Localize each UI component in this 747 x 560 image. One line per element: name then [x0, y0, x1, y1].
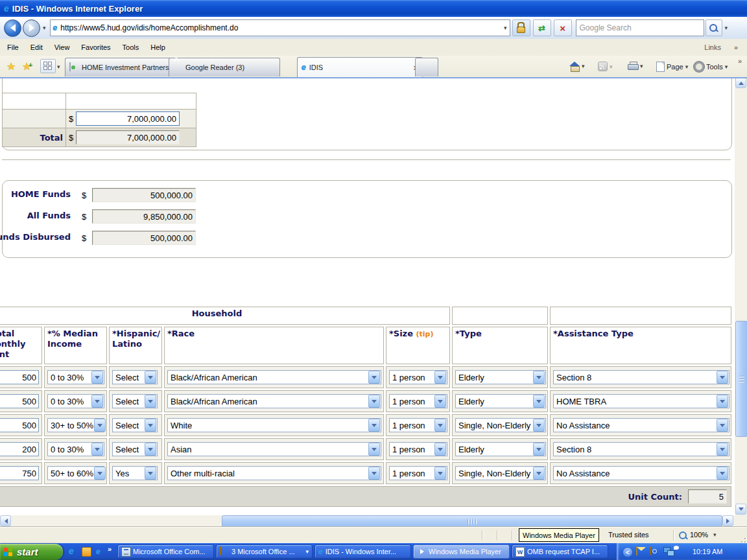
menu-file[interactable]: File: [1, 41, 25, 54]
rent-input[interactable]: [0, 466, 39, 480]
select-arrow-icon[interactable]: [533, 443, 545, 456]
select-arrow-icon[interactable]: [717, 371, 728, 384]
tab-google-reader[interactable]: Google Reader (3): [169, 58, 280, 76]
home-dropdown-icon[interactable]: ▾: [582, 63, 585, 69]
race-select[interactable]: Asian: [167, 442, 381, 456]
type-select[interactable]: Single, Non-Elderly: [455, 418, 546, 432]
select-arrow-icon[interactable]: [91, 395, 103, 408]
select-arrow-icon[interactable]: [533, 419, 545, 432]
hispanic-latino-select[interactable]: Select: [112, 370, 158, 384]
assistance-type-select[interactable]: No Assistance: [553, 466, 729, 480]
rent-input[interactable]: [0, 394, 39, 408]
address-bar[interactable]: e https://www5.hud.gov/idis/homeAccompli…: [50, 19, 510, 36]
title-bar[interactable]: e IDIS - Windows Internet Explorer: [0, 0, 747, 17]
select-arrow-icon[interactable]: [368, 419, 380, 432]
select-arrow-icon[interactable]: [145, 467, 156, 480]
stop-button[interactable]: ×: [554, 19, 572, 36]
refresh-button[interactable]: ⇄: [533, 19, 551, 36]
rent-input[interactable]: [0, 442, 39, 456]
hispanic-latino-select[interactable]: Select: [112, 442, 158, 456]
outlook-reminder-icon[interactable]: [650, 547, 660, 556]
select-arrow-icon[interactable]: [145, 395, 156, 408]
rent-input[interactable]: [0, 370, 39, 384]
tab-home-investment[interactable]: HOME Investment Partnershi...: [65, 58, 176, 76]
select-arrow-icon[interactable]: [94, 467, 106, 480]
task-button-office-communicator[interactable]: Microsoft Office Com...: [117, 544, 214, 559]
url-text[interactable]: https://www5.hud.gov/idis/homeAccomplish…: [60, 23, 504, 32]
start-button[interactable]: start: [0, 544, 63, 560]
search-options-dropdown[interactable]: ▾: [725, 25, 728, 31]
size-select[interactable]: 1 person: [389, 466, 447, 480]
messenger-icon[interactable]: [677, 547, 687, 556]
select-arrow-icon[interactable]: [94, 419, 106, 432]
select-arrow-icon[interactable]: [717, 443, 728, 456]
links-overflow-chevron[interactable]: »: [734, 43, 738, 51]
search-button[interactable]: [706, 19, 722, 36]
size-select[interactable]: 1 person: [389, 394, 447, 408]
hispanic-latino-select[interactable]: Yes: [112, 466, 158, 480]
vertical-scrollbar[interactable]: [735, 77, 747, 515]
select-arrow-icon[interactable]: [717, 419, 728, 432]
assistance-type-select[interactable]: Section 8: [553, 442, 729, 456]
new-mail-icon[interactable]: [636, 547, 646, 556]
median-income-select[interactable]: 0 to 30%: [47, 370, 104, 384]
assistance-type-select[interactable]: HOME TBRA: [553, 394, 729, 408]
quick-launch-overflow-chevron[interactable]: »: [108, 545, 112, 553]
tray-collapse-chevron[interactable]: <: [622, 547, 633, 556]
menu-view[interactable]: View: [49, 41, 76, 54]
select-arrow-icon[interactable]: [368, 395, 380, 408]
vertical-scroll-thumb[interactable]: [735, 321, 747, 437]
select-arrow-icon[interactable]: [145, 371, 156, 384]
amount-input[interactable]: [76, 111, 180, 126]
select-arrow-icon[interactable]: [434, 467, 446, 480]
median-income-select[interactable]: 30+ to 50%: [47, 418, 104, 432]
select-arrow-icon[interactable]: [533, 395, 545, 408]
select-arrow-icon[interactable]: [434, 419, 446, 432]
toolbar-overflow-chevron[interactable]: »: [738, 57, 742, 65]
forward-button[interactable]: [23, 19, 40, 37]
add-favorite-plus-icon[interactable]: +: [29, 61, 32, 69]
select-arrow-icon[interactable]: [434, 443, 446, 456]
type-select[interactable]: Elderly: [455, 442, 546, 456]
quick-launch-ie-icon[interactable]: e: [69, 546, 74, 555]
security-lock-button[interactable]: [512, 19, 530, 36]
quick-tabs-button[interactable]: [40, 59, 56, 73]
new-tab-stub[interactable]: [415, 58, 438, 76]
search-box[interactable]: Google Search: [576, 19, 704, 36]
scroll-up-button[interactable]: [735, 77, 746, 88]
menu-tools[interactable]: Tools: [117, 41, 145, 54]
menu-edit[interactable]: Edit: [25, 41, 49, 54]
feeds-button[interactable]: ▾: [598, 62, 613, 71]
select-arrow-icon[interactable]: [434, 395, 446, 408]
quick-launch-outlook-icon[interactable]: [82, 547, 91, 557]
select-arrow-icon[interactable]: [717, 395, 728, 408]
scroll-right-button[interactable]: [722, 515, 733, 526]
hispanic-latino-select[interactable]: Select: [112, 418, 158, 432]
assistance-type-select[interactable]: Section 8: [553, 370, 729, 384]
type-select[interactable]: Elderly: [455, 370, 546, 384]
select-arrow-icon[interactable]: [91, 443, 103, 456]
size-tip-link[interactable]: (tip): [416, 330, 434, 338]
page-menu-button[interactable]: Page ▾: [656, 62, 688, 72]
favorites-center-icon[interactable]: ★: [6, 60, 16, 73]
median-income-select[interactable]: 50+ to 60%: [47, 466, 104, 480]
rent-input[interactable]: [0, 418, 39, 432]
median-income-select[interactable]: 0 to 30%: [47, 442, 104, 456]
network-icon[interactable]: [663, 547, 674, 556]
task-button-idis[interactable]: e IDIS - Windows Inter...: [314, 544, 411, 559]
select-arrow-icon[interactable]: [145, 443, 156, 456]
type-select[interactable]: Elderly: [455, 394, 546, 408]
quick-launch-browser-icon[interactable]: e: [96, 547, 101, 556]
zoom-dropdown-icon[interactable]: ▾: [713, 531, 717, 538]
select-arrow-icon[interactable]: [368, 443, 380, 456]
size-select[interactable]: 1 person: [389, 418, 447, 432]
scroll-left-button[interactable]: [0, 515, 11, 526]
tab-list-dropdown[interactable]: ▾: [57, 64, 60, 70]
race-select[interactable]: Black/African American: [167, 394, 381, 408]
select-arrow-icon[interactable]: [145, 419, 156, 432]
horizontal-scrollbar[interactable]: [0, 515, 735, 526]
select-arrow-icon[interactable]: [533, 371, 545, 384]
scroll-down-button[interactable]: [735, 504, 746, 515]
race-select[interactable]: Other multi-racial: [167, 466, 381, 480]
select-arrow-icon[interactable]: [368, 467, 380, 480]
